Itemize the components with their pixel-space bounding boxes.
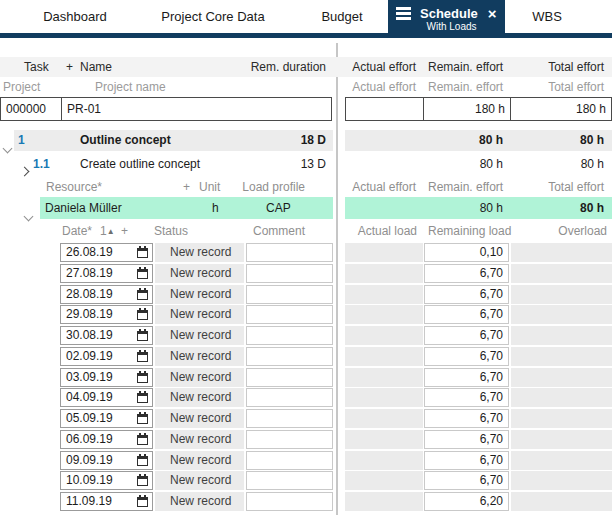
remaining-load-field[interactable]: 6,70 bbox=[424, 326, 509, 345]
remaining-load-field[interactable]: 6,70 bbox=[424, 430, 509, 449]
comment-field[interactable] bbox=[246, 471, 333, 490]
overload-cell bbox=[511, 451, 612, 470]
overload-cell bbox=[511, 409, 612, 428]
resource-row-selected[interactable]: Daniela Müller h CAP 80 h 80 h bbox=[0, 197, 612, 219]
calendar-icon[interactable] bbox=[137, 290, 148, 300]
project-subheader: Project Project name Actual effort Remai… bbox=[0, 77, 612, 97]
task-row-1-1[interactable]: 1.1 Create outline concept 13 D 80 h 80 … bbox=[0, 154, 612, 175]
col-comment: Comment bbox=[253, 221, 305, 241]
comment-field[interactable] bbox=[246, 347, 333, 366]
task-wbs-number: 1.1 bbox=[33, 154, 50, 175]
comment-field[interactable] bbox=[246, 451, 333, 470]
date-field[interactable]: 09.09.19 bbox=[60, 451, 153, 470]
date-field[interactable]: 29.08.19 bbox=[60, 305, 153, 324]
project-remain-effort-field[interactable]: 180 h bbox=[423, 97, 511, 121]
remaining-load-field[interactable]: 6,70 bbox=[424, 388, 509, 407]
calendar-icon[interactable] bbox=[137, 456, 148, 466]
date-field[interactable]: 10.09.19 bbox=[60, 471, 153, 490]
comment-field[interactable] bbox=[246, 243, 333, 262]
remaining-load-field[interactable]: 6,70 bbox=[424, 471, 509, 490]
date-field[interactable]: 04.09.19 bbox=[60, 388, 153, 407]
project-id-field[interactable]: 000000 bbox=[0, 97, 62, 121]
status-cell: New record bbox=[155, 243, 244, 262]
comment-field[interactable] bbox=[246, 368, 333, 387]
date-field[interactable]: 30.08.19 bbox=[60, 326, 153, 345]
calendar-icon[interactable] bbox=[137, 248, 148, 258]
calendar-icon[interactable] bbox=[137, 331, 148, 341]
load-row: 10.09.19 New record 6,70 bbox=[0, 471, 612, 492]
sort-ascending-control[interactable]: 1▲ bbox=[100, 221, 115, 242]
remaining-load-field[interactable]: 6,70 bbox=[424, 264, 509, 283]
actual-load-cell bbox=[345, 471, 423, 490]
calendar-icon[interactable] bbox=[137, 310, 148, 320]
col-actual-load: Actual load bbox=[340, 221, 417, 241]
calendar-icon[interactable] bbox=[137, 373, 148, 383]
remaining-load-field[interactable]: 6,70 bbox=[424, 451, 509, 470]
remaining-load-field[interactable]: 6,70 bbox=[424, 409, 509, 428]
remaining-load-field[interactable]: 6,70 bbox=[424, 305, 509, 324]
task-row-1[interactable]: 1 Outline concept 18 D 80 h 80 h bbox=[0, 130, 612, 151]
comment-field[interactable] bbox=[246, 326, 333, 345]
project-total-effort-field[interactable]: 180 h bbox=[510, 97, 612, 121]
close-icon[interactable]: × bbox=[488, 7, 497, 21]
active-tab-underline bbox=[0, 33, 612, 38]
add-task-button[interactable]: + bbox=[66, 57, 73, 77]
actual-load-cell bbox=[345, 492, 423, 511]
actual-load-cell bbox=[345, 430, 423, 449]
calendar-icon[interactable] bbox=[137, 497, 148, 507]
comment-field[interactable] bbox=[246, 264, 333, 283]
comment-field[interactable] bbox=[246, 409, 333, 428]
date-field[interactable]: 11.09.19 bbox=[60, 492, 153, 511]
remaining-load-field[interactable]: 6,70 bbox=[424, 285, 509, 304]
project-actual-effort-field[interactable] bbox=[345, 97, 424, 121]
comment-field[interactable] bbox=[246, 305, 333, 324]
load-row: 27.08.19 New record 6,70 bbox=[0, 264, 612, 285]
tab-wbs[interactable]: WBS bbox=[512, 0, 582, 33]
remaining-load-field[interactable]: 6,70 bbox=[424, 347, 509, 366]
project-name-field[interactable]: PR-01 bbox=[61, 97, 332, 121]
comment-field[interactable] bbox=[246, 388, 333, 407]
status-cell: New record bbox=[155, 409, 244, 428]
calendar-icon[interactable] bbox=[137, 414, 148, 424]
actual-load-cell bbox=[345, 451, 423, 470]
hamburger-menu-icon[interactable] bbox=[396, 7, 411, 20]
col-remain-effort: Remain. effort bbox=[428, 57, 503, 77]
comment-field[interactable] bbox=[246, 430, 333, 449]
col-project-actual-effort: Actual effort bbox=[340, 77, 416, 97]
overload-cell bbox=[511, 347, 612, 366]
col-project-total-effort: Total effort bbox=[498, 77, 604, 97]
calendar-icon[interactable] bbox=[137, 352, 148, 362]
date-field[interactable]: 06.09.19 bbox=[60, 430, 153, 449]
remaining-load-field[interactable]: 6,20 bbox=[424, 492, 509, 511]
date-field[interactable]: 02.09.19 bbox=[60, 347, 153, 366]
status-cell: New record bbox=[155, 305, 244, 324]
calendar-icon[interactable] bbox=[137, 435, 148, 445]
date-field[interactable]: 26.08.19 bbox=[60, 243, 153, 262]
calendar-icon[interactable] bbox=[137, 476, 148, 486]
tab-project-core-data[interactable]: Project Core Data bbox=[140, 0, 286, 33]
calendar-icon[interactable] bbox=[137, 393, 148, 403]
overload-cell bbox=[511, 243, 612, 262]
comment-field[interactable] bbox=[246, 492, 333, 511]
date-field[interactable]: 27.08.19 bbox=[60, 264, 153, 283]
resource-unit: h bbox=[212, 197, 219, 219]
task-name: Create outline concept bbox=[80, 154, 200, 175]
date-field[interactable]: 03.09.19 bbox=[60, 368, 153, 387]
date-field[interactable]: 28.08.19 bbox=[60, 285, 153, 304]
add-resource-button[interactable]: + bbox=[183, 177, 190, 197]
col-remaining-load: Remaining load bbox=[428, 221, 511, 241]
calendar-icon[interactable] bbox=[137, 269, 148, 279]
overload-cell bbox=[511, 471, 612, 490]
actual-load-cell bbox=[345, 409, 423, 428]
tab-schedule-sublabel: With Loads bbox=[388, 21, 505, 32]
remaining-load-field[interactable]: 6,70 bbox=[424, 368, 509, 387]
load-row: 09.09.19 New record 6,70 bbox=[0, 451, 612, 472]
task-table-header: Task + Name Rem. duration Actual effort … bbox=[0, 57, 612, 77]
tab-budget[interactable]: Budget bbox=[305, 0, 379, 33]
add-load-row-button[interactable]: + bbox=[121, 221, 128, 241]
date-field[interactable]: 05.09.19 bbox=[60, 409, 153, 428]
tab-dashboard[interactable]: Dashboard bbox=[30, 0, 120, 33]
col-rem-duration: Rem. duration bbox=[226, 57, 326, 77]
remaining-load-field[interactable]: 0,10 bbox=[424, 243, 509, 262]
comment-field[interactable] bbox=[246, 285, 333, 304]
